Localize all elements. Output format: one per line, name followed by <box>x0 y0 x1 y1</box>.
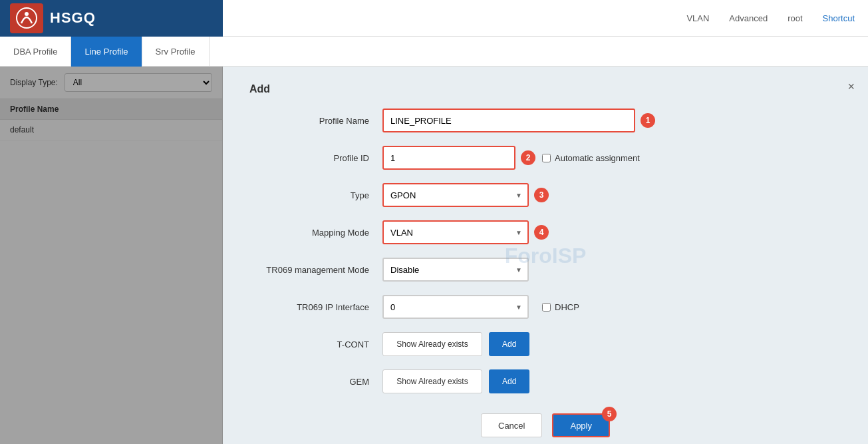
tab-line-profile[interactable]: Line Profile <box>71 37 142 67</box>
tcont-add-button[interactable]: Add <box>489 332 529 356</box>
apply-button[interactable]: Apply <box>552 413 610 437</box>
badge-group-3: GPON EPON 10G-EPON ▼ 3 <box>382 183 549 207</box>
add-dialog: Add × ForoISP Profile Name 1 Profile ID … <box>223 67 868 444</box>
tr069-ip-label: TR069 IP Interface <box>249 302 382 312</box>
gem-add-button[interactable]: Add <box>489 369 529 393</box>
tr069-ip-select-wrapper: 0 ▼ <box>382 295 529 319</box>
tcont-row: T-CONT Show Already exists Add <box>249 332 841 356</box>
step-badge-5: 5 <box>602 407 617 421</box>
tr069-mode-select-wrapper: Disable Enable ▼ <box>382 258 529 282</box>
step-badge-1: 1 <box>641 113 655 128</box>
svg-point-1 <box>25 12 29 16</box>
gem-show-button[interactable]: Show Already exists <box>382 369 482 393</box>
top-navigation: HSGQ VLAN Advanced root Shortcut <box>0 0 868 37</box>
gem-row: GEM Show Already exists Add <box>249 369 841 393</box>
sub-navigation: DBA Profile Line Profile Srv Profile <box>0 37 868 67</box>
profile-name-row: Profile Name 1 <box>249 109 841 132</box>
logo-area: HSGQ <box>0 0 223 37</box>
profile-id-label: Profile ID <box>249 153 382 163</box>
profile-name-input[interactable] <box>382 109 635 132</box>
step-badge-3: 3 <box>534 188 549 202</box>
dialog-title: Add <box>249 83 841 95</box>
tab-srv-profile[interactable]: Srv Profile <box>142 37 210 67</box>
tcont-label: T-CONT <box>249 339 382 349</box>
step-badge-4: 4 <box>534 225 549 240</box>
mapping-mode-select-wrapper: VLAN GEM TCI ▼ <box>382 220 529 244</box>
nav-root[interactable]: root <box>788 13 802 23</box>
mapping-mode-row: Mapping Mode VLAN GEM TCI ▼ 4 <box>249 220 841 244</box>
tr069-ip-row: TR069 IP Interface 0 ▼ DHCP <box>249 295 841 319</box>
auto-assignment-label: Automatic assignment <box>555 153 640 163</box>
type-label: Type <box>249 190 382 200</box>
nav-vlan[interactable]: VLAN <box>686 13 709 23</box>
dhcp-checkbox[interactable] <box>542 303 551 312</box>
close-dialog-button[interactable]: × <box>847 80 855 94</box>
mapping-mode-label: Mapping Mode <box>249 228 382 238</box>
tr069-mode-row: TR069 management Mode Disable Enable ▼ <box>249 258 841 282</box>
nav-advanced[interactable]: Advanced <box>729 13 768 23</box>
type-select-wrapper: GPON EPON 10G-EPON ▼ <box>382 183 529 207</box>
type-select[interactable]: GPON EPON 10G-EPON <box>382 183 529 207</box>
badge-group-1: 1 <box>382 109 655 132</box>
nav-links: VLAN Advanced root Shortcut <box>223 13 868 23</box>
auto-assignment-checkbox[interactable] <box>542 154 551 162</box>
tab-dba-profile[interactable]: DBA Profile <box>0 37 71 67</box>
apply-btn-wrapper: Apply 5 <box>552 413 610 437</box>
auto-assignment-row: Automatic assignment <box>542 153 640 163</box>
dhcp-label: DHCP <box>555 302 579 312</box>
cancel-button[interactable]: Cancel <box>481 413 542 437</box>
dhcp-row: DHCP <box>542 302 579 312</box>
type-row: Type GPON EPON 10G-EPON ▼ 3 <box>249 183 841 207</box>
dialog-footer: Cancel Apply 5 <box>249 413 841 437</box>
tr069-mode-label: TR069 management Mode <box>249 265 382 275</box>
profile-id-row: Profile ID 2 Automatic assignment <box>249 146 841 170</box>
logo-text: HSGQ <box>50 9 96 27</box>
badge-group-2: 2 Automatic assignment <box>382 146 640 170</box>
profile-id-input[interactable] <box>382 146 515 170</box>
step-badge-2: 2 <box>521 150 535 165</box>
content-area: Display Type: All Profile Name default P… <box>0 67 868 444</box>
badge-group-4: VLAN GEM TCI ▼ 4 <box>382 220 549 244</box>
mapping-mode-select[interactable]: VLAN GEM TCI <box>382 220 529 244</box>
tr069-ip-select[interactable]: 0 <box>382 295 529 319</box>
profile-name-label: Profile Name <box>249 116 382 126</box>
tcont-show-button[interactable]: Show Already exists <box>382 332 482 356</box>
logo-icon <box>10 3 43 33</box>
tr069-mode-select[interactable]: Disable Enable <box>382 258 529 282</box>
gem-label: GEM <box>249 377 382 387</box>
nav-shortcut[interactable]: Shortcut <box>823 13 855 23</box>
